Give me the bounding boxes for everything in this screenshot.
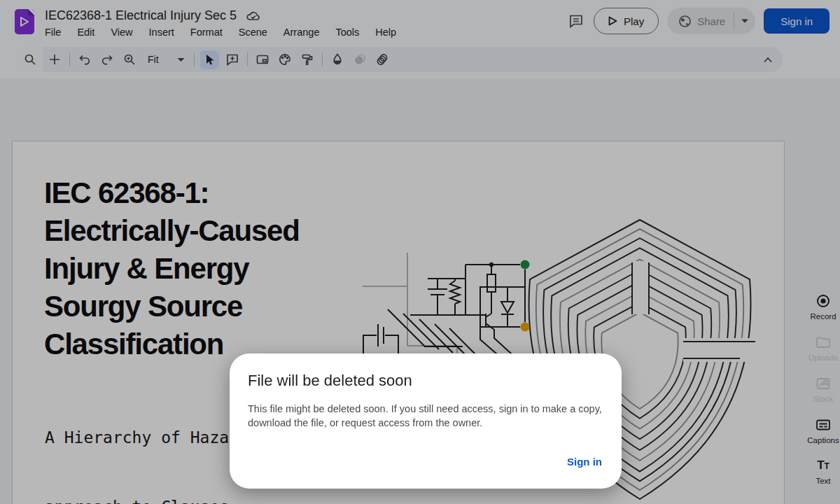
dialog-sign-in-link[interactable]: Sign in [567,456,602,468]
dialog-title: File will be deleted soon [248,372,603,390]
dialog-body: This file might be deleted soon. If you … [248,402,603,430]
file-deleted-dialog: File will be deleted soon This file migh… [230,354,622,489]
